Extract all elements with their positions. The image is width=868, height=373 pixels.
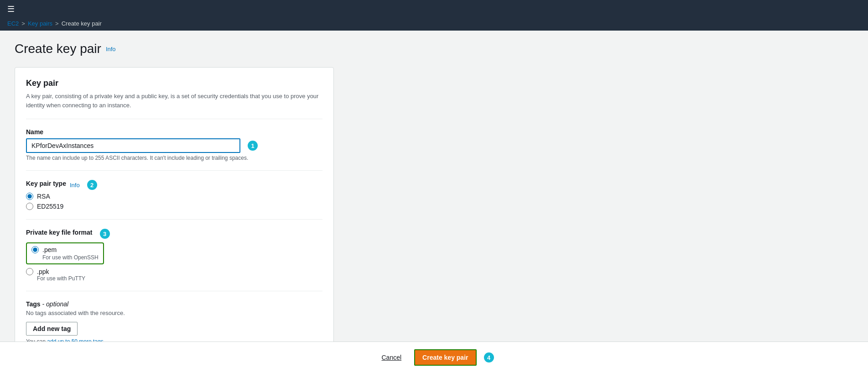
divider-3 [26, 219, 322, 220]
key-pair-type-label: Key pair type [26, 180, 66, 187]
ed25519-option[interactable]: ED25519 [26, 203, 322, 210]
key-pair-type-group: Key pair type Info 2 RSA ED25519 [26, 180, 322, 210]
name-label: Name [26, 128, 322, 136]
step-4-badge: 4 [484, 352, 494, 362]
name-hint: The name can include up to 255 ASCII cha… [26, 155, 322, 161]
cancel-button[interactable]: Cancel [374, 350, 409, 365]
breadcrumb-sep-2: > [55, 20, 59, 27]
name-input[interactable] [26, 138, 240, 153]
form-panel: Key pair A key pair, consisting of a pri… [15, 67, 334, 356]
key-pair-type-label-row: Key pair type Info 2 [26, 180, 322, 190]
ppk-option[interactable]: .ppk [26, 268, 322, 275]
rsa-radio[interactable] [26, 193, 33, 200]
step-1-badge: 1 [248, 141, 258, 151]
top-navigation-bar: ☰ [0, 0, 868, 18]
breadcrumb-current: Create key pair [62, 20, 102, 27]
divider-1 [26, 119, 322, 119]
tags-group: Tags - optional No tags associated with … [26, 300, 322, 345]
breadcrumb-ec2[interactable]: EC2 [7, 20, 19, 27]
name-field-group: Name 1 The name can include up to 255 AS… [26, 128, 322, 161]
key-pair-type-info-link[interactable]: Info [70, 182, 80, 189]
ppk-radio[interactable] [26, 268, 33, 275]
ppk-option-group: .ppk For use with PuTTY [26, 268, 322, 282]
page-title-row: Create key pair Info [15, 42, 853, 56]
tags-label-text: Tags [26, 300, 41, 308]
pem-sub: For use with OpenSSH [42, 254, 99, 261]
ed25519-radio[interactable] [26, 203, 33, 210]
pem-option[interactable]: .pem [31, 246, 99, 253]
main-content: Create key pair Info Key pair A key pair… [0, 31, 868, 373]
page-title: Create key pair [15, 42, 101, 56]
step-2-badge: 2 [87, 180, 97, 190]
step-3-badge: 3 [100, 229, 110, 239]
ppk-sub: For use with PuTTY [37, 275, 322, 282]
ppk-label: .ppk [37, 268, 49, 275]
divider-4 [26, 291, 322, 291]
section-title: Key pair [26, 79, 322, 88]
private-key-format-group: Private key file format 3 .pem For use w… [26, 229, 322, 282]
ed25519-label: ED25519 [37, 203, 63, 210]
pem-label: .pem [42, 246, 57, 253]
pem-radio[interactable] [31, 246, 39, 253]
action-bar: Cancel Create key pair 4 [0, 341, 868, 373]
rsa-option[interactable]: RSA [26, 193, 322, 200]
add-tag-button[interactable]: Add new tag [26, 322, 78, 336]
breadcrumb-sep-1: > [21, 20, 25, 27]
tags-label: Tags - optional [26, 300, 322, 308]
rsa-label: RSA [37, 193, 50, 200]
key-pair-type-radio-group: RSA ED25519 [26, 193, 322, 210]
breadcrumb: EC2 > Key pairs > Create key pair [7, 20, 861, 27]
page-info-link[interactable]: Info [106, 46, 116, 53]
breadcrumb-bar: EC2 > Key pairs > Create key pair [0, 18, 868, 31]
tags-optional: - optional [42, 300, 69, 308]
pem-option-box: .pem For use with OpenSSH [26, 242, 104, 264]
private-key-format-label: Private key file format [26, 229, 93, 236]
divider-2 [26, 170, 322, 171]
hamburger-icon[interactable]: ☰ [7, 4, 15, 14]
section-desc: A key pair, consisting of a private key … [26, 92, 322, 110]
no-tags-text: No tags associated with the resource. [26, 310, 322, 316]
create-key-pair-button[interactable]: Create key pair [414, 349, 476, 366]
breadcrumb-key-pairs[interactable]: Key pairs [28, 20, 52, 27]
